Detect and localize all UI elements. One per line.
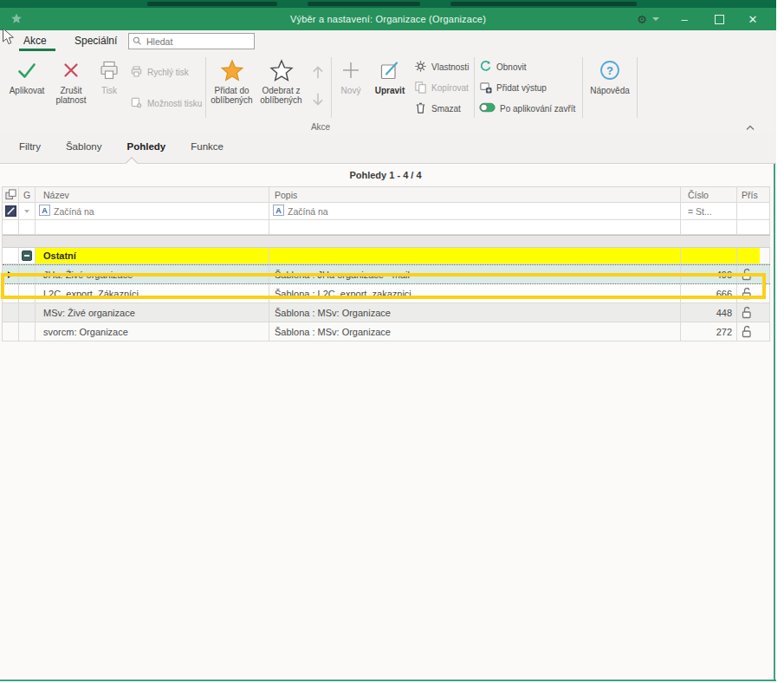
settings-gear-icon[interactable]: ⚙ xyxy=(631,8,653,30)
menu-item-akce[interactable]: Akce xyxy=(23,35,47,47)
minimize-button[interactable]: – xyxy=(672,8,697,30)
remove-favorite-button[interactable]: Odebrat z oblíbených xyxy=(256,55,306,120)
add-favorite-button[interactable]: Přidat do oblíbených xyxy=(207,55,256,120)
filter-edit-icon[interactable] xyxy=(3,203,19,219)
filter-g-dropdown[interactable] xyxy=(19,203,36,219)
begins-with-icon: A xyxy=(39,205,50,218)
delete-button[interactable]: Smazat xyxy=(411,100,473,117)
search-box[interactable] xyxy=(128,33,255,49)
help-icon: ? xyxy=(599,57,621,83)
tab-pohledy[interactable]: Pohledy xyxy=(126,141,165,152)
view-actions-stack: Obnovit Přidat výstup Po aplikování zavř… xyxy=(476,55,581,120)
column-header-g[interactable]: G xyxy=(19,187,36,202)
tab-sablony[interactable]: Šablony xyxy=(66,141,102,152)
filter-popis-value: Začíná na xyxy=(288,206,328,217)
maximize-button[interactable] xyxy=(707,8,731,30)
filter-pristup-cell[interactable] xyxy=(737,203,770,219)
print-settings-button[interactable]: Možnosti tisku xyxy=(126,94,204,112)
print-settings-label: Možnosti tisku xyxy=(147,99,202,108)
row-popis: Šablona : L2C_export_zakaznici xyxy=(269,284,681,302)
table-row[interactable]: L2C_export_Zákazníci Šablona : L2C_expor… xyxy=(3,284,770,303)
properties-label: Vlastnosti xyxy=(431,62,469,72)
column-header-popis[interactable]: Popis xyxy=(269,187,681,202)
copy-button[interactable]: Kopírovat xyxy=(411,79,473,96)
trash-icon xyxy=(414,101,427,116)
filter-nazev-cell[interactable]: A Začíná na xyxy=(36,203,269,219)
search-input[interactable] xyxy=(145,36,243,48)
printer-add-icon xyxy=(479,81,492,95)
star-filled-icon xyxy=(220,57,244,83)
row-g-cell xyxy=(19,265,36,283)
filter-cislo-cell[interactable]: = St... xyxy=(681,203,737,219)
reorder-arrows xyxy=(306,55,330,120)
group-row-ostatni[interactable]: Ostatní xyxy=(3,248,770,264)
close-after-apply-toggle[interactable]: Po aplikování zavřít xyxy=(476,100,581,117)
table-row[interactable]: MSv: Živé organizace Šablona : MSv: Orga… xyxy=(3,303,770,322)
collapse-group-icon[interactable] xyxy=(19,248,36,263)
lock-open-icon xyxy=(737,284,770,302)
remove-favorite-label: Odebrat z oblíbených xyxy=(256,86,306,105)
column-header-nazev[interactable]: Název xyxy=(36,187,269,202)
ribbon-separator xyxy=(331,57,332,118)
background-text-ghost xyxy=(450,2,637,6)
titlebar: Výběr a nastavení: Organizace (Organizac… xyxy=(0,8,776,30)
menu-item-specialni[interactable]: Speciální xyxy=(75,35,117,47)
add-output-button[interactable]: Přidat výstup xyxy=(476,79,581,96)
tab-filtry[interactable]: Filtry xyxy=(19,141,41,152)
quick-print-label: Rychlý tisk xyxy=(147,68,189,77)
ribbon-group-label: Akce xyxy=(0,122,641,132)
view-tabs: Filtry Šablony Pohledy Funkce xyxy=(0,134,776,164)
ribbon-collapse-chevron[interactable] xyxy=(745,120,755,135)
printer-settings-icon xyxy=(130,96,143,111)
grid-separator-band xyxy=(3,235,770,248)
print-button[interactable]: Tisk xyxy=(92,55,126,120)
group-label: Ostatní xyxy=(36,248,269,263)
chevron-down-icon xyxy=(24,210,29,213)
svg-text:A: A xyxy=(42,206,48,215)
invalidate-button[interactable]: Zrušit platnost xyxy=(50,55,92,120)
grid-caption: Pohledy 1 - 4 / 4 xyxy=(2,170,769,180)
gear-icon xyxy=(414,60,427,75)
menubar: Akce Speciální xyxy=(0,30,776,52)
new-button[interactable]: Nový xyxy=(333,55,369,120)
row-nazev: MSv: Živé organizace xyxy=(36,303,269,322)
arrow-up-icon[interactable] xyxy=(308,62,327,86)
x-icon xyxy=(60,57,82,83)
empty-cell xyxy=(3,248,19,263)
invalidate-label: Zrušit platnost xyxy=(50,86,92,105)
ribbon-separator xyxy=(205,57,206,118)
row-gutter-cell xyxy=(3,322,19,341)
delete-label: Smazat xyxy=(431,104,461,114)
begins-with-icon: A xyxy=(273,205,284,218)
table-row[interactable]: svorcm: Organizace Šablona : MSv: Organi… xyxy=(3,322,770,342)
arrow-down-icon[interactable] xyxy=(308,89,327,114)
help-button[interactable]: ? Nápověda xyxy=(584,55,636,120)
check-icon xyxy=(16,57,38,83)
apply-label: Aplikovat xyxy=(10,86,45,95)
ribbon-separator xyxy=(582,57,583,118)
copy-icon xyxy=(414,81,427,95)
edit-button[interactable]: Upravit xyxy=(369,55,411,120)
column-header-cislo[interactable]: Číslo xyxy=(681,187,737,202)
row-nazev: JHa: Živé organizace xyxy=(36,265,269,283)
row-popis: Šablona : MSv: Organizace xyxy=(269,322,681,341)
column-chooser-icon[interactable] xyxy=(3,187,19,202)
toggle-on-icon xyxy=(479,102,496,114)
table-row[interactable]: JHa: Živé organizace Šablona : JHa organ… xyxy=(3,264,770,284)
close-button[interactable]: ✕ xyxy=(740,8,766,30)
star-outline-icon xyxy=(269,57,294,83)
chevron-down-icon[interactable] xyxy=(652,17,659,21)
tab-funkce[interactable]: Funkce xyxy=(191,141,224,152)
quick-print-button[interactable]: Rychlý tisk xyxy=(126,63,204,81)
column-header-pristup[interactable]: Přís xyxy=(737,187,770,202)
active-menu-underline xyxy=(19,49,55,51)
printer-small-icon xyxy=(130,65,143,80)
new-label: Nový xyxy=(341,86,361,95)
grid-filter-row: A Začíná na A Začíná na = St... xyxy=(3,203,770,220)
filter-popis-cell[interactable]: A Začíná na xyxy=(269,203,681,219)
background-text-ghost xyxy=(147,2,277,6)
row-gutter-cell xyxy=(3,303,19,322)
refresh-button[interactable]: Obnovit xyxy=(476,58,581,75)
properties-button[interactable]: Vlastnosti xyxy=(411,58,473,75)
apply-button[interactable]: Aplikovat xyxy=(3,55,50,120)
